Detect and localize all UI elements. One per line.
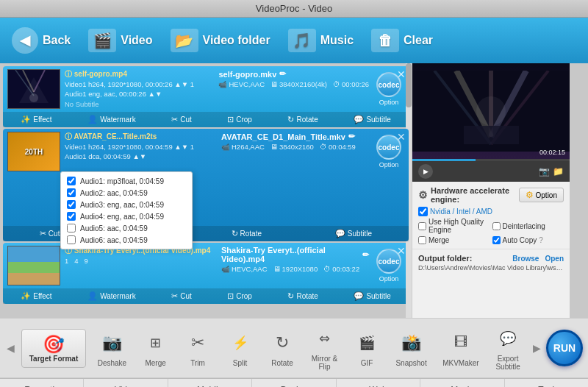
back-icon: ◀ (12, 27, 38, 54)
gif-icon: 🎬 (354, 330, 380, 356)
svg-rect-12 (464, 126, 519, 144)
close-card-2[interactable]: ✕ (397, 132, 406, 142)
deinterlacing-label: Deinterlacing (503, 222, 545, 230)
file-card-2: ✕ 20TH ⓘ AVATAR_CE...Title.m2ts Video1 h… (3, 129, 409, 241)
hardware-option-button[interactable]: ⚙ Option (519, 188, 564, 202)
merge-checkbox[interactable] (418, 236, 426, 244)
subtitle-btn-3[interactable]: 💬 Subtitle (351, 291, 393, 302)
audio-option-5[interactable]: Audio5: aac, 0:04:59 (61, 222, 192, 234)
deinterlacing-checkbox[interactable] (492, 222, 501, 230)
tab-recently[interactable]: Recently (0, 379, 84, 387)
effect-btn-3[interactable]: ✨ Effect (18, 291, 54, 302)
cut-btn-3[interactable]: ✂ Cut (168, 291, 195, 302)
export-subtitle-tool[interactable]: 💬 ExportSubtitle (490, 322, 526, 374)
rotate-btn-1[interactable]: ↻ Rotate (284, 114, 320, 125)
camera-icon[interactable]: 📷 (539, 166, 550, 177)
tools-scroll-left[interactable]: ◀ (3, 319, 18, 377)
nvidia-checkbox[interactable] (418, 207, 428, 216)
music-button[interactable]: 🎵 Music (288, 29, 354, 52)
snapshot-tool[interactable]: 📸 Snapshot (391, 327, 431, 370)
trim-tool[interactable]: ✂ Trim (180, 327, 215, 370)
watermark-btn-3[interactable]: 👤 Watermark (85, 291, 139, 302)
back-button[interactable]: ◀ Back (12, 27, 71, 54)
audio-option-4[interactable]: Audio4: eng, aac, 0:04:59 (61, 210, 192, 222)
run-button[interactable]: RUN (546, 330, 583, 366)
split-tool[interactable]: ⚡ Split (223, 327, 258, 370)
target-format-icon: 🎯 (43, 334, 65, 355)
deshake-icon: 📷 (98, 330, 125, 356)
preview-action-icons: 📷 📁 (539, 166, 564, 177)
file-info-2: ⓘ AVATAR_CE...Title.m2ts Video1 h264, 19… (65, 132, 212, 171)
rotate-tool[interactable]: ↻ Rotate (265, 327, 300, 370)
open-button[interactable]: Open (545, 255, 564, 263)
rotate-btn-3[interactable]: ↻ Rotate (284, 291, 320, 302)
video-folder-icon: 📂 (171, 29, 198, 52)
output-info-2: AVATAR_CE_D1_Main_Title.mkv ✏ 📹 H264,AAC… (217, 132, 369, 171)
tab-mobile[interactable]: Mobile (168, 379, 252, 387)
run-btn-container: RUN (544, 330, 585, 366)
svg-point-5 (29, 93, 38, 102)
hardware-section: ⚙ Hardware accelerate engine: ⚙ Option N… (412, 182, 570, 249)
tab-web[interactable]: Web (337, 379, 420, 387)
audio-option-2[interactable]: Audio2: aac, 0:04:59 (61, 187, 192, 199)
close-card-1[interactable]: ✕ (397, 69, 406, 79)
action-bar-1: ✨ Effect 👤 Watermark ✂ Cut ⊡ Crop ↻ Rota… (3, 112, 409, 127)
deshake-tool[interactable]: 📷 Deshake (93, 327, 131, 370)
gif-tool[interactable]: 🎬 GIF (349, 327, 384, 370)
tool-panel: 00:02:15 ▶ 📷 📁 ⚙ Hardware accelerate eng… (412, 63, 570, 318)
mirror-flip-tool[interactable]: ⇔ Mirror &Flip (307, 322, 343, 374)
output-folder-label: Output folder: (418, 254, 472, 263)
preview-time: 00:02:15 (539, 149, 565, 156)
high-quality-checkbox[interactable] (418, 222, 426, 230)
title-bar: VideoProc - Video (0, 0, 588, 18)
output-folder-section: Output folder: Browse Open D:\Users\Andr… (412, 249, 570, 276)
subtitle-btn-2[interactable]: 💬 Subtitle (332, 228, 375, 239)
thumbnail-1 (7, 69, 60, 109)
file-info-3: ⓘ Shakira-Try Everyt..(official Video).m… (65, 246, 212, 285)
auto-copy-checkbox[interactable] (492, 236, 501, 244)
close-card-3[interactable]: ✕ (397, 246, 406, 256)
video-button[interactable]: 🎬 Video (88, 29, 152, 52)
crop-btn-1[interactable]: ⊡ Crop (224, 114, 255, 125)
audio-option-6[interactable]: Audio6: aac, 0:04:59 (61, 234, 192, 246)
audio-option-3[interactable]: Audio3: eng, aac, 0:04:59 (61, 199, 192, 210)
edit-output-3[interactable]: ✏ (362, 250, 369, 260)
play-button[interactable]: ▶ (418, 164, 433, 179)
mkvmaker-icon: 🎞 (448, 330, 474, 356)
effect-btn-1[interactable]: ✨ Effect (18, 114, 54, 125)
toolbar: ◀ Back 🎬 Video 📂 Video folder 🎵 Music 🗑 … (0, 18, 588, 63)
trash-icon: 🗑 (371, 29, 399, 52)
nvidia-label: Nvidia / Intel / AMD (430, 207, 492, 216)
watermark-btn-1[interactable]: 👤 Watermark (85, 114, 139, 125)
folder-icon[interactable]: 📁 (553, 166, 564, 177)
target-format-button[interactable]: 🎯 Target Format (21, 329, 87, 368)
tab-device[interactable]: Device (252, 379, 336, 387)
folder-path: D:\Users\Andrew\Movies\Mac Video Library… (418, 264, 564, 271)
rotate-icon: ↻ (269, 330, 295, 356)
merge-tool[interactable]: ⊞ Merge (138, 327, 173, 370)
tab-music[interactable]: Music (420, 379, 504, 387)
edit-output-1[interactable]: ✏ (279, 69, 286, 79)
tools-strip: 🎯 Target Format 📷 Deshake ⊞ Merge ✂ Trim… (18, 319, 529, 377)
effect-btn-2[interactable]: ✂ Cut (37, 228, 63, 239)
audio-option-1[interactable]: Audio1: mp3float, 0:04:59 (61, 175, 192, 187)
thumbnail-2: 20TH (7, 132, 60, 171)
tab-video[interactable]: Video (84, 379, 168, 387)
rotate-btn-2[interactable]: ↻ Rotate (229, 228, 265, 239)
tools-strip-container: ◀ 🎯 Target Format 📷 Deshake ⊞ Merge ✂ Tr… (0, 318, 588, 378)
tab-tool[interactable]: Tool (505, 379, 588, 387)
video-folder-button[interactable]: 📂 Video folder (171, 29, 270, 52)
auto-copy-label: Auto Copy (503, 236, 537, 244)
subtitle-btn-1[interactable]: 💬 Subtitle (351, 114, 393, 125)
mkvmaker-tool[interactable]: 🎞 MKVMaker (438, 327, 483, 370)
crop-btn-3[interactable]: ⊡ Crop (224, 291, 255, 302)
file-info-1: ⓘ self-gopro.mp4 Video1 h264, 1920*1080,… (65, 69, 209, 109)
trim-icon: ✂ (184, 330, 211, 356)
browse-button[interactable]: Browse (512, 255, 539, 263)
tools-scroll-right[interactable]: ▶ (529, 319, 544, 377)
clear-button[interactable]: 🗑 Clear (371, 29, 433, 52)
music-icon: 🎵 (288, 29, 316, 52)
edit-output-2[interactable]: ✏ (348, 132, 355, 141)
preview-controls: ▶ 📷 📁 (412, 161, 570, 182)
cut-btn-1[interactable]: ✂ Cut (168, 114, 195, 125)
